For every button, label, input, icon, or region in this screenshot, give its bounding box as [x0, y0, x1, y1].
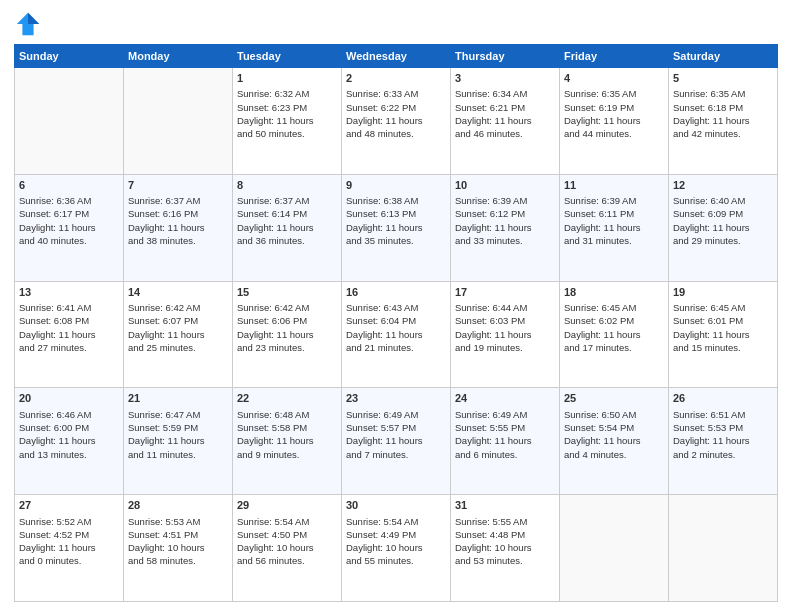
calendar-cell: 19Sunrise: 6:45 AMSunset: 6:01 PMDayligh…	[669, 281, 778, 388]
calendar-cell	[15, 68, 124, 175]
cell-line: Sunrise: 6:50 AM	[564, 408, 664, 421]
weekday-header-sunday: Sunday	[15, 45, 124, 68]
day-number: 14	[128, 285, 228, 300]
logo-icon	[14, 10, 42, 38]
calendar-cell: 12Sunrise: 6:40 AMSunset: 6:09 PMDayligh…	[669, 174, 778, 281]
calendar-cell: 9Sunrise: 6:38 AMSunset: 6:13 PMDaylight…	[342, 174, 451, 281]
cell-line: and 46 minutes.	[455, 127, 555, 140]
cell-line: and 33 minutes.	[455, 234, 555, 247]
cell-line: Sunrise: 6:36 AM	[19, 194, 119, 207]
cell-line: Sunset: 6:21 PM	[455, 101, 555, 114]
cell-line: Daylight: 10 hours	[128, 541, 228, 554]
cell-line: Daylight: 11 hours	[455, 434, 555, 447]
cell-line: and 35 minutes.	[346, 234, 446, 247]
day-number: 5	[673, 71, 773, 86]
cell-line: Daylight: 11 hours	[237, 328, 337, 341]
header	[14, 10, 778, 38]
day-number: 22	[237, 391, 337, 406]
cell-line: Daylight: 11 hours	[673, 328, 773, 341]
cell-line: Daylight: 11 hours	[346, 221, 446, 234]
cell-line: Daylight: 11 hours	[128, 221, 228, 234]
cell-line: Sunrise: 6:35 AM	[564, 87, 664, 100]
cell-line: Sunrise: 6:39 AM	[564, 194, 664, 207]
cell-line: Daylight: 11 hours	[564, 221, 664, 234]
cell-line: Sunrise: 6:39 AM	[455, 194, 555, 207]
cell-line: Sunset: 5:55 PM	[455, 421, 555, 434]
day-number: 15	[237, 285, 337, 300]
cell-line: Daylight: 11 hours	[19, 434, 119, 447]
cell-line: Sunset: 6:00 PM	[19, 421, 119, 434]
cell-line: Sunrise: 6:37 AM	[237, 194, 337, 207]
day-number: 9	[346, 178, 446, 193]
cell-line: and 27 minutes.	[19, 341, 119, 354]
cell-line: Sunset: 6:14 PM	[237, 207, 337, 220]
cell-line: and 23 minutes.	[237, 341, 337, 354]
calendar-cell: 21Sunrise: 6:47 AMSunset: 5:59 PMDayligh…	[124, 388, 233, 495]
cell-line: Daylight: 11 hours	[237, 221, 337, 234]
cell-line: and 19 minutes.	[455, 341, 555, 354]
day-number: 29	[237, 498, 337, 513]
logo	[14, 10, 46, 38]
cell-line: Sunset: 4:51 PM	[128, 528, 228, 541]
calendar-cell: 1Sunrise: 6:32 AMSunset: 6:23 PMDaylight…	[233, 68, 342, 175]
calendar-cell: 30Sunrise: 5:54 AMSunset: 4:49 PMDayligh…	[342, 495, 451, 602]
cell-line: Daylight: 10 hours	[237, 541, 337, 554]
day-number: 16	[346, 285, 446, 300]
cell-line: Sunset: 6:09 PM	[673, 207, 773, 220]
cell-line: and 48 minutes.	[346, 127, 446, 140]
week-row-0: 1Sunrise: 6:32 AMSunset: 6:23 PMDaylight…	[15, 68, 778, 175]
cell-line: Sunrise: 6:46 AM	[19, 408, 119, 421]
cell-line: and 21 minutes.	[346, 341, 446, 354]
cell-line: Sunrise: 6:40 AM	[673, 194, 773, 207]
weekday-header-friday: Friday	[560, 45, 669, 68]
cell-line: Sunrise: 5:55 AM	[455, 515, 555, 528]
cell-line: Sunrise: 6:49 AM	[455, 408, 555, 421]
day-number: 31	[455, 498, 555, 513]
day-number: 4	[564, 71, 664, 86]
cell-line: Sunset: 6:11 PM	[564, 207, 664, 220]
cell-line: and 55 minutes.	[346, 554, 446, 567]
cell-line: and 50 minutes.	[237, 127, 337, 140]
cell-line: Sunrise: 6:45 AM	[673, 301, 773, 314]
cell-line: Sunset: 4:49 PM	[346, 528, 446, 541]
cell-line: Daylight: 11 hours	[564, 434, 664, 447]
cell-line: and 15 minutes.	[673, 341, 773, 354]
cell-line: Sunset: 6:18 PM	[673, 101, 773, 114]
calendar-cell: 26Sunrise: 6:51 AMSunset: 5:53 PMDayligh…	[669, 388, 778, 495]
cell-line: Sunrise: 6:45 AM	[564, 301, 664, 314]
cell-line: Daylight: 11 hours	[455, 328, 555, 341]
day-number: 11	[564, 178, 664, 193]
cell-line: Sunrise: 6:41 AM	[19, 301, 119, 314]
calendar-cell	[560, 495, 669, 602]
cell-line: Sunrise: 6:42 AM	[237, 301, 337, 314]
cell-line: Daylight: 11 hours	[673, 434, 773, 447]
calendar-cell: 2Sunrise: 6:33 AMSunset: 6:22 PMDaylight…	[342, 68, 451, 175]
cell-line: Daylight: 10 hours	[455, 541, 555, 554]
weekday-header-row: SundayMondayTuesdayWednesdayThursdayFrid…	[15, 45, 778, 68]
cell-line: and 2 minutes.	[673, 448, 773, 461]
cell-line: Sunrise: 6:38 AM	[346, 194, 446, 207]
cell-line: Sunset: 6:13 PM	[346, 207, 446, 220]
day-number: 8	[237, 178, 337, 193]
cell-line: and 4 minutes.	[564, 448, 664, 461]
cell-line: Sunset: 6:17 PM	[19, 207, 119, 220]
calendar-cell: 10Sunrise: 6:39 AMSunset: 6:12 PMDayligh…	[451, 174, 560, 281]
cell-line: and 53 minutes.	[455, 554, 555, 567]
cell-line: Sunrise: 6:37 AM	[128, 194, 228, 207]
calendar-cell: 27Sunrise: 5:52 AMSunset: 4:52 PMDayligh…	[15, 495, 124, 602]
cell-line: Sunrise: 6:49 AM	[346, 408, 446, 421]
calendar-cell: 15Sunrise: 6:42 AMSunset: 6:06 PMDayligh…	[233, 281, 342, 388]
cell-line: Sunset: 5:53 PM	[673, 421, 773, 434]
calendar-cell: 6Sunrise: 6:36 AMSunset: 6:17 PMDaylight…	[15, 174, 124, 281]
cell-line: Sunrise: 6:44 AM	[455, 301, 555, 314]
cell-line: Sunrise: 5:52 AM	[19, 515, 119, 528]
cell-line: Daylight: 11 hours	[455, 114, 555, 127]
day-number: 21	[128, 391, 228, 406]
page: SundayMondayTuesdayWednesdayThursdayFrid…	[0, 0, 792, 612]
cell-line: Sunset: 6:01 PM	[673, 314, 773, 327]
cell-line: Daylight: 11 hours	[346, 114, 446, 127]
calendar-cell: 17Sunrise: 6:44 AMSunset: 6:03 PMDayligh…	[451, 281, 560, 388]
cell-line: Sunrise: 6:35 AM	[673, 87, 773, 100]
cell-line: Daylight: 11 hours	[673, 221, 773, 234]
cell-line: Daylight: 11 hours	[19, 541, 119, 554]
